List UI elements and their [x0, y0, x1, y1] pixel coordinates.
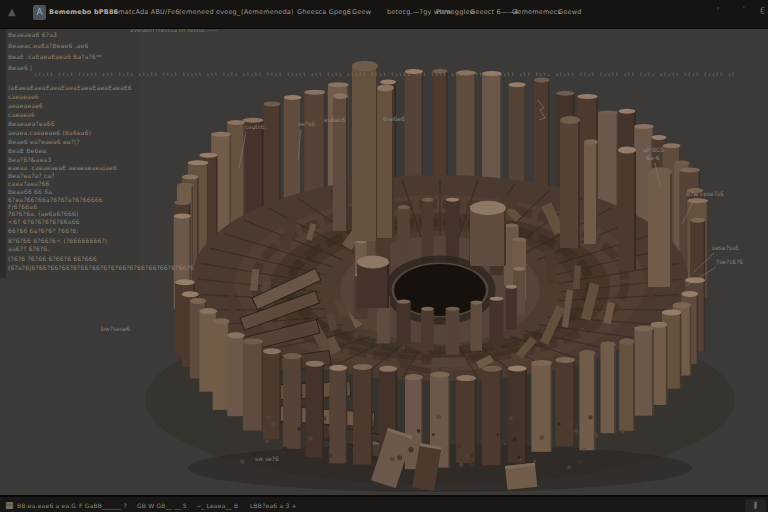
- panel-row-18[interactable]: F/6?66a6: [8, 203, 136, 210]
- menu-item-3[interactable]: (Aememeneda): [241, 8, 294, 16]
- panel-row-4[interactable]: (aEaeaEaeaEaeaEaeaEaeaEaeaEaeaE6: [8, 84, 136, 91]
- menu-bar: ▲ A Bememebo bPB86ematcAda ABU/Fe6(emene…: [0, 0, 768, 29]
- wood-structure: [145, 61, 735, 492]
- panel-row-15[interactable]: caea?aea?66: [8, 180, 136, 187]
- annotation-label-3: 6se6e6: [383, 115, 405, 122]
- menu-item-4[interactable]: Gheesca Gpeg6: [297, 8, 351, 16]
- status-segment-0: BB:ea.eae6 a ea.G: [17, 502, 76, 509]
- panel-row-14[interactable]: Bea?ea?a? ca?: [8, 172, 136, 179]
- menu-item-10[interactable]: Geewd: [558, 8, 581, 16]
- menu-item-5[interactable]: Geew: [352, 8, 371, 16]
- panel-row-16[interactable]: Beaa66 66 6a: [8, 188, 136, 195]
- menu-item-0[interactable]: Bememebo bPB86: [49, 8, 118, 16]
- resize-handle-button[interactable]: ❚: [745, 499, 766, 512]
- panel-row-17[interactable]: 6?ea?66?66a?6?6?a?6?66666: [8, 196, 136, 203]
- app-icon[interactable]: A: [33, 5, 46, 20]
- menu-item-1[interactable]: ematcAda ABU/Fe6: [114, 8, 180, 16]
- panel-row-0[interactable]: Beaeaea6 6?a3: [8, 31, 136, 38]
- panel-row-22[interactable]: B?6?66 6?66?6< (?66666666?): [8, 237, 136, 244]
- grid-icon[interactable]: ▦: [5, 500, 14, 510]
- annotation-label-8: ?se?s6?6: [716, 258, 743, 265]
- panel-row-1[interactable]: Beaeac.eaEa?Beae6 .ae6: [8, 42, 136, 49]
- panel-row-23[interactable]: aa6?? 6?6?6.: [8, 245, 136, 252]
- annotation-label-0: csuts6.: [245, 123, 267, 130]
- panel-row-7[interactable]: caeaea6: [8, 111, 136, 118]
- status-segment-4: LBB?ea6 a 3 +: [250, 502, 297, 509]
- app-logo-icon: ▲: [8, 6, 26, 18]
- panel-row-19[interactable]: ?6?6?6a. (ae6a6?666): [8, 210, 136, 217]
- panel-row-10[interactable]: Beae6 ea?eaea6 ea?(?: [8, 138, 136, 145]
- status-segment-1: F GaBB______ ?: [79, 502, 127, 509]
- panel-row-21[interactable]: 66?66 6a?6?6? ?66?6:: [8, 227, 136, 234]
- annotation-label-9: sw se?6: [255, 455, 279, 462]
- panel-scrollbar[interactable]: [0, 28, 6, 278]
- topbar-icon-2[interactable]: €: [760, 7, 765, 16]
- menu-item-9[interactable]: Gemememecs: [512, 8, 561, 16]
- tick-ruler: ıtıtt ttıt tııtt ıtt tıtı ıtıtt ttıt tıı…: [34, 71, 734, 80]
- panel-row-2[interactable]: BeaE .caEaeaEaea6 Ba?a?6**: [8, 53, 136, 60]
- annotation-label-6: B?w sese?s6: [686, 190, 724, 197]
- panel-row-13[interactable]: eaeaa. caeaeaeaE aeaeaeaeajae6: [8, 164, 136, 171]
- panel-row-11[interactable]: BeaE Be6ea.: [8, 147, 136, 154]
- panel-row-25[interactable]: (6?a?6|6?66?66?66?6?66?66?6?6?66?6?66?66…: [8, 264, 428, 271]
- status-bar: ▦ ❚ BB:ea.eae6 a ea.GF GaBB______ ?GB W …: [0, 495, 768, 512]
- annotation-label-5: 6a-6: [646, 154, 660, 161]
- panel-row-24[interactable]: (?6?6 ?6?66 6?66?6 66?666: [8, 255, 268, 262]
- status-segment-3: ~_ Leaea__ B: [196, 502, 238, 509]
- panel-row-12[interactable]: Bea?6?&aea3: [8, 156, 136, 163]
- panel-row-9[interactable]: aeaea.caeaeae6 (6a6ea6): [8, 129, 136, 136]
- app-window: csuts6.se?s6es6es66se6e6·aP BC66a-6B?w s…: [0, 0, 768, 512]
- annotation-label-7: sese?ss6: [712, 244, 739, 251]
- topbar-icon-1[interactable]: `: [742, 7, 746, 16]
- annotation-label-4: ·aP BC6: [641, 146, 664, 153]
- annotation-label-1: se?s6: [298, 120, 315, 127]
- status-segment-2: GB W GB__ __ 5: [137, 502, 187, 509]
- panel-row-3[interactable]: Beae6 |: [8, 64, 136, 71]
- menu-item-2[interactable]: (emeneed eveeg_: [179, 8, 240, 16]
- topbar-icon-0[interactable]: ': [717, 7, 719, 16]
- panel-row-20[interactable]: <6? 6?6?6?6?6?66a66: [8, 218, 136, 225]
- panel-row-8[interactable]: Beaeaea?ea66: [8, 120, 136, 127]
- panel-row-6[interactable]: aeaeaeae6: [8, 102, 136, 109]
- annotation-label-10: bw?sese6: [101, 325, 131, 332]
- panel-row-5[interactable]: caeaeae6: [8, 93, 136, 100]
- left-panel: Beaeaea6 6?a3Beaeac.eaEa?Beae6 .ae6BeaE …: [0, 28, 140, 280]
- annotation-label-2: es6es6: [324, 116, 345, 123]
